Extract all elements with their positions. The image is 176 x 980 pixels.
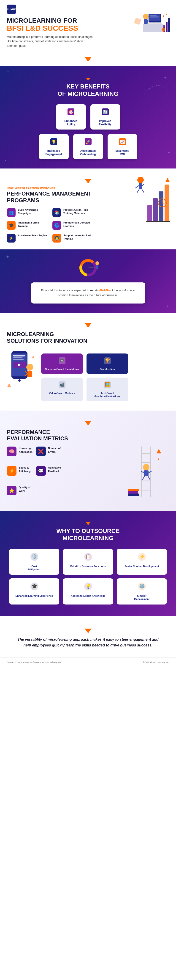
- final-section: The versatility of microlearning approac…: [0, 616, 176, 657]
- svg-point-15: [162, 28, 165, 32]
- perf-icon-sales: ⚡: [7, 234, 16, 243]
- simulations-label: Scenario-Based Simulations: [45, 368, 79, 371]
- onboarding-icon: 🚀: [84, 137, 93, 148]
- svg-text:🖼️: 🖼️: [105, 382, 110, 387]
- svg-line-82: [148, 476, 150, 480]
- outsource-row-2: 🎓 Enhanced Learning Experience 💡 Access …: [9, 578, 167, 605]
- svg-rect-37: [146, 221, 170, 222]
- solutions-section: MICROLEARNING SOLUTIONS FOR INNOVATION ▶: [0, 313, 176, 410]
- pie-illustration: [18, 259, 158, 278]
- svg-point-27: [137, 177, 144, 183]
- benefits-row-1: 🎯 EnhancesAgility 🔄 ImprovesFlexibility: [7, 104, 169, 129]
- management-label: SimplerManagement: [134, 594, 149, 601]
- svg-text:⚡: ⚡: [139, 554, 145, 559]
- triangle-1: [85, 57, 92, 62]
- svg-rect-46: [96, 265, 98, 269]
- divider-1: [0, 52, 176, 66]
- svg-rect-57: [27, 371, 32, 377]
- svg-rect-36: [165, 185, 169, 221]
- engagement-label: IncreasesEngagement: [45, 149, 62, 156]
- benefit-card-engagement: 💡 IncreasesEngagement: [39, 134, 69, 159]
- deco-star-1: ✦: [7, 70, 9, 73]
- quote-card: Financial Institutions are expected to r…: [31, 282, 145, 304]
- video-label: Video-Based Modules: [49, 391, 75, 395]
- eval-item-knowledge: 🧠 KnowledgeApplication: [7, 447, 32, 462]
- svg-point-55: [18, 379, 21, 382]
- outsource-title: WHY TO OUTSOURCE MICROLEARNING: [9, 528, 167, 542]
- benefit-card-roi: 📈 MaximizesROI: [108, 134, 137, 159]
- phone-illustration: ▶: [7, 349, 41, 401]
- header-section: Infopro Learning MICROLEARNING FOR BFSI …: [0, 0, 176, 52]
- perf-item-6: 👨‍🏫 Support Instructor Led Training: [52, 234, 94, 243]
- performance-grid: 👥 Build Awareness Campaigns 📚 Provide Ju…: [7, 208, 94, 243]
- perf-icon-formal: 🎓: [7, 221, 16, 230]
- deco-star-3: ✦: [5, 159, 6, 162]
- svg-text:🏆: 🏆: [105, 358, 110, 363]
- svg-text:📹: 📹: [60, 382, 65, 387]
- svg-rect-50: [13, 355, 25, 356]
- perf-label-2: Provide Just in Time Training Materials: [63, 208, 94, 215]
- svg-rect-87: [128, 489, 139, 491]
- svg-text:▶: ▶: [18, 363, 21, 367]
- svg-rect-16: [134, 18, 141, 25]
- solutions-content: ▶ 🎮 Sc: [7, 349, 169, 401]
- gamification-icon: 🏆: [103, 357, 111, 366]
- performance-section: HOW MICROLEARNING IMPROVES PERFORMANCE M…: [0, 169, 176, 250]
- speed-label: Speed &Efficiency: [19, 466, 31, 473]
- deco-star-4: ✦: [167, 150, 170, 155]
- final-quote-text: The versatility of microlearning approac…: [14, 636, 162, 648]
- solution-video: 📹 Video-Based Modules: [41, 377, 83, 401]
- flexibility-icon: 🔄: [101, 107, 110, 118]
- svg-text:🎯: 🎯: [68, 110, 74, 115]
- svg-rect-86: [128, 491, 138, 493]
- triangle-final: [85, 628, 92, 633]
- perf-item-1: 👥 Build Awareness Campaigns: [7, 208, 48, 217]
- svg-rect-7: [150, 18, 158, 18]
- svg-point-77: [143, 464, 149, 470]
- outsource-content: ⚡ Faster Content Development: [117, 549, 167, 575]
- eval-item-quality: ⭐ Quality ofWork: [7, 486, 32, 501]
- svg-line-32: [142, 189, 144, 192]
- solution-simulations: 🎮 Scenario-Based Simulations: [41, 353, 83, 374]
- eval-item-qualitative: 💬 QualitativeFeedback: [36, 466, 62, 482]
- svg-text:🛡️: 🛡️: [31, 554, 37, 559]
- outsource-row-1: 🛡️ CostMitigation 📋 Prioritize Business …: [9, 549, 167, 575]
- svg-text:⚙️: ⚙️: [139, 584, 145, 589]
- cost-label: CostMitigation: [29, 565, 40, 571]
- header-description: Microlearning is a preferred learning so…: [7, 35, 94, 48]
- flexibility-label: ImprovesFlexibility: [99, 119, 111, 127]
- svg-text:🎮: 🎮: [60, 358, 65, 363]
- outsource-management: ⚙️ SimplerManagement: [117, 578, 167, 605]
- knowledge-icon-box: 🧠: [7, 447, 16, 456]
- deco-q2: ✦: [166, 304, 169, 308]
- evaluation-section: PERFORMANCE EVALUATION METRICS 🧠 Knowled…: [0, 410, 176, 511]
- learning-label: Enhanced Learning Experience: [16, 594, 53, 597]
- perf-item-3: 🎓 Implement Formal Training: [7, 221, 48, 230]
- svg-rect-5: [150, 15, 157, 16]
- solutions-grid: 🎮 Scenario-Based Simulations 🏆 Gamificat…: [41, 353, 128, 401]
- perf-label-5: Accelerate Sales Engine: [18, 234, 47, 237]
- deco-q1: ✦: [6, 254, 10, 259]
- content-icon: ⚡: [138, 552, 146, 563]
- outsource-section: WHY TO OUTSOURCE MICROLEARNING 🛡️ CostMi…: [0, 511, 176, 616]
- outsource-learning: 🎓 Enhanced Learning Experience: [9, 578, 59, 605]
- simulations-icon: 🎮: [58, 357, 66, 366]
- svg-rect-85: [128, 493, 140, 496]
- svg-point-56: [26, 364, 33, 371]
- svg-marker-61: [32, 356, 34, 358]
- benefit-card-agility: 🎯 EnhancesAgility: [56, 104, 86, 129]
- svg-text:💡: 💡: [51, 139, 57, 145]
- graphics-icon: 🖼️: [103, 381, 111, 390]
- logo-icon: Infopro Learning: [7, 5, 16, 14]
- perf-label-1: Build Awareness Campaigns: [18, 208, 48, 215]
- gamification-label: Gamification: [100, 368, 115, 371]
- outsource-business: 📋 Prioritize Business Functions: [63, 549, 113, 575]
- footer-copyright: ©2021 Infopro Learning, Inc.: [143, 661, 169, 663]
- svg-text:📋: 📋: [85, 554, 91, 559]
- svg-rect-33: [147, 205, 152, 221]
- errors-label: Number ofErrors: [48, 447, 61, 453]
- triangle-solutions: [85, 323, 92, 328]
- eval-item-speed: ⚡ Speed &Efficiency: [7, 466, 32, 482]
- svg-text:★: ★: [166, 13, 167, 15]
- qualitative-icon-box: 💬: [36, 466, 46, 476]
